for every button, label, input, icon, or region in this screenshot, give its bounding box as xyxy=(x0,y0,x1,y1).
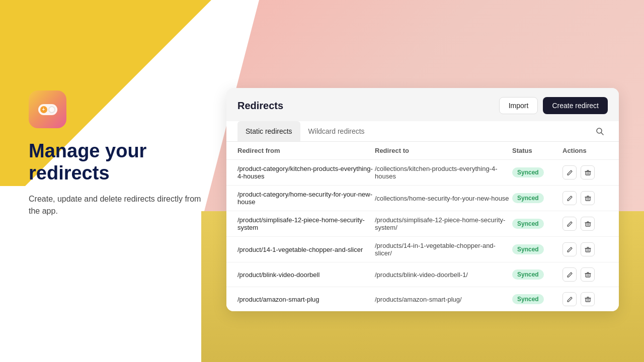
table-row: /product-category/home-security-for-your… xyxy=(226,186,619,211)
delete-button[interactable] xyxy=(581,267,595,282)
svg-rect-2 xyxy=(586,171,590,175)
col-header-status: Status xyxy=(512,147,562,154)
edit-button[interactable] xyxy=(562,267,577,282)
delete-button[interactable] xyxy=(581,217,595,231)
actions-cell xyxy=(562,217,608,231)
edit-button[interactable] xyxy=(562,292,577,306)
status-cell: Synced xyxy=(512,294,562,304)
cell-to: /products/14-in-1-vegetable-chopper-and-… xyxy=(375,242,512,257)
status-badge: Synced xyxy=(512,219,544,229)
trash-icon xyxy=(585,169,591,176)
cell-from: /product/blink-video-doorbell xyxy=(237,271,375,279)
table-row: /product/blink-video-doorbell /products/… xyxy=(226,262,619,287)
svg-rect-17 xyxy=(586,248,590,252)
card-header: Redirects Import Create redirect xyxy=(226,88,619,121)
table-row: /product-category/kitchen-products-every… xyxy=(226,160,619,186)
svg-rect-27 xyxy=(586,298,590,302)
delete-button[interactable] xyxy=(581,242,595,256)
trash-icon xyxy=(585,246,591,253)
cell-from: /product-category/home-security-for-your… xyxy=(237,191,375,206)
edit-icon xyxy=(567,195,573,202)
actions-cell xyxy=(562,292,608,306)
cell-from: /product/14-1-vegetable-chopper-and-slic… xyxy=(237,246,375,253)
edit-button[interactable] xyxy=(562,165,577,179)
tab-wildcard-redirects[interactable]: Wildcard redirects xyxy=(300,121,373,141)
delete-button[interactable] xyxy=(581,292,595,306)
actions-cell xyxy=(562,267,608,282)
app-icon: + xyxy=(29,90,66,128)
edit-icon xyxy=(567,296,573,303)
cell-to: /products/blink-video-doorbell-1/ xyxy=(375,271,512,279)
edit-button[interactable] xyxy=(562,191,577,205)
search-icon-button[interactable] xyxy=(592,123,608,139)
col-header-to: Redirect to xyxy=(375,147,512,154)
table-row: /product/amazon-smart-plug /products/ama… xyxy=(226,287,619,311)
table-header: Redirect from Redirect to Status Actions xyxy=(226,142,619,160)
header-buttons: Import Create redirect xyxy=(499,97,608,114)
app-icon-dot xyxy=(48,106,55,113)
cell-from: /product/simplisafe-12-piece-home-securi… xyxy=(237,216,375,231)
svg-rect-12 xyxy=(586,223,590,226)
tabs-row: Static redirects Wildcard redirects xyxy=(226,121,619,142)
trash-icon xyxy=(585,221,591,227)
col-header-from: Redirect from xyxy=(237,147,375,154)
status-cell: Synced xyxy=(512,193,562,203)
card-title: Redirects xyxy=(237,100,283,112)
redirects-table: Redirect from Redirect to Status Actions… xyxy=(226,142,619,311)
actions-cell xyxy=(562,191,608,205)
left-panel: + Manage your redirects Create, update a… xyxy=(29,90,210,217)
create-redirect-button[interactable]: Create redirect xyxy=(543,97,608,114)
status-badge: Synced xyxy=(512,269,544,280)
svg-rect-22 xyxy=(586,274,590,277)
main-card: Redirects Import Create redirect Static … xyxy=(226,88,619,311)
status-badge: Synced xyxy=(512,244,544,254)
trash-icon xyxy=(585,195,591,202)
delete-button[interactable] xyxy=(581,191,595,205)
svg-rect-7 xyxy=(586,197,590,201)
svg-line-1 xyxy=(601,133,603,135)
delete-button[interactable] xyxy=(581,165,595,179)
cell-to: /collections/kitchen-products-everything… xyxy=(375,165,512,180)
trash-icon xyxy=(585,272,591,278)
app-icon-inner: + xyxy=(38,104,57,115)
status-cell: Synced xyxy=(512,269,562,280)
edit-button[interactable] xyxy=(562,217,577,231)
edit-icon xyxy=(567,169,573,176)
edit-icon xyxy=(567,272,573,278)
tab-static-redirects[interactable]: Static redirects xyxy=(237,121,300,141)
cell-from: /product/amazon-smart-plug xyxy=(237,296,375,303)
cell-to: /products/amazon-smart-plug/ xyxy=(375,296,512,303)
actions-cell xyxy=(562,165,608,179)
search-icon xyxy=(596,127,604,135)
app-icon-plus: + xyxy=(40,106,47,113)
cell-to: /products/simplisafe-12-piece-home-secur… xyxy=(375,216,512,231)
status-badge: Synced xyxy=(512,294,544,304)
table-body: /product-category/kitchen-products-every… xyxy=(226,160,619,311)
trash-icon xyxy=(585,296,591,303)
main-heading: Manage your redirects xyxy=(29,140,210,184)
edit-button[interactable] xyxy=(562,242,577,256)
cell-from: /product-category/kitchen-products-every… xyxy=(237,165,375,180)
status-badge: Synced xyxy=(512,167,544,177)
actions-cell xyxy=(562,242,608,256)
status-badge: Synced xyxy=(512,193,544,203)
edit-icon xyxy=(567,246,573,253)
sub-text: Create, update and delete redirects dire… xyxy=(29,193,210,217)
table-row: /product/simplisafe-12-piece-home-securi… xyxy=(226,211,619,237)
edit-icon xyxy=(567,221,573,227)
table-row: /product/14-1-vegetable-chopper-and-slic… xyxy=(226,237,619,262)
import-button[interactable]: Import xyxy=(499,97,538,114)
status-cell: Synced xyxy=(512,219,562,229)
status-cell: Synced xyxy=(512,244,562,254)
cell-to: /collections/home-security-for-your-new-… xyxy=(375,195,512,202)
col-header-actions: Actions xyxy=(562,147,608,154)
status-cell: Synced xyxy=(512,167,562,177)
